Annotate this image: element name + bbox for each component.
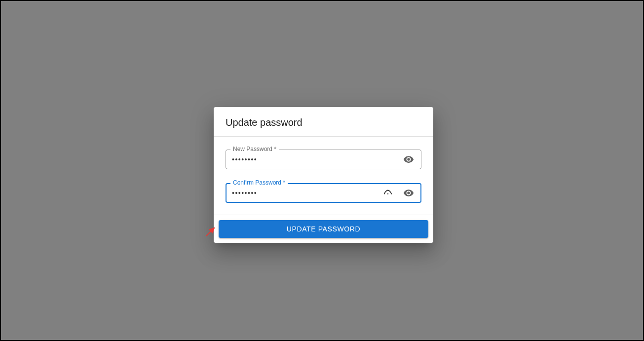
confirm-password-field: Confirm Password * bbox=[226, 183, 421, 203]
dialog-title: Update password bbox=[226, 117, 421, 128]
dialog-header: Update password bbox=[214, 107, 433, 137]
update-password-button[interactable]: Update Password bbox=[219, 220, 428, 238]
svg-point-0 bbox=[387, 193, 388, 194]
dialog-body: New Password * Confirm Password * bbox=[214, 137, 433, 215]
update-password-dialog: Update password New Password * Confirm P… bbox=[214, 107, 433, 243]
toggle-visibility-icon[interactable] bbox=[400, 185, 417, 201]
toggle-visibility-icon[interactable] bbox=[400, 151, 417, 168]
svg-line-1 bbox=[206, 228, 214, 236]
confirm-password-box bbox=[226, 183, 421, 203]
new-password-box bbox=[226, 150, 421, 169]
new-password-field: New Password * bbox=[226, 150, 421, 169]
new-password-label: New Password * bbox=[230, 146, 279, 152]
text-cursor-icon bbox=[379, 185, 396, 201]
confirm-password-input[interactable] bbox=[232, 184, 376, 202]
dialog-footer: Update Password bbox=[214, 215, 433, 243]
confirm-password-label: Confirm Password * bbox=[230, 179, 288, 186]
new-password-input[interactable] bbox=[232, 150, 396, 169]
